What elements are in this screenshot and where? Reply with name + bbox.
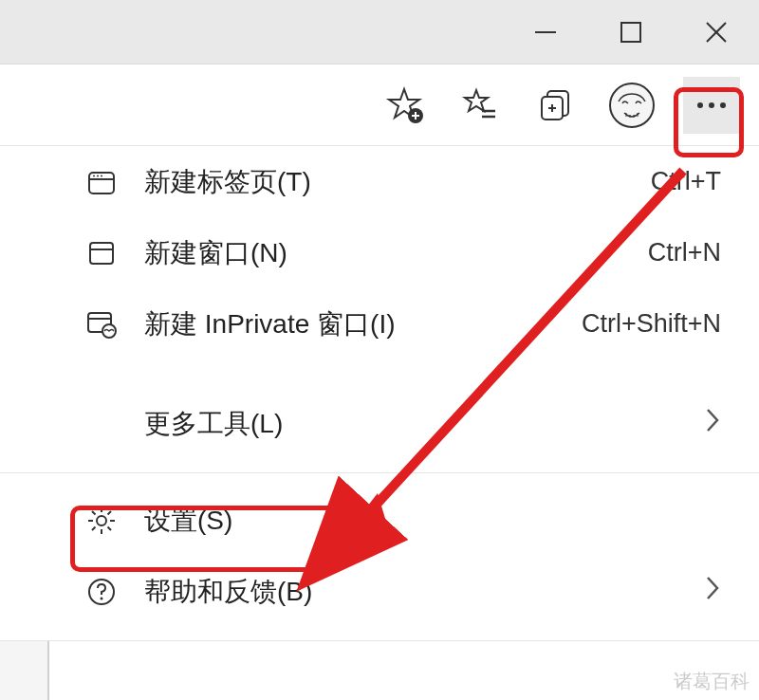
- minimize-button[interactable]: [503, 0, 588, 64]
- inprivate-icon: [85, 308, 118, 341]
- close-icon: [703, 19, 730, 46]
- collections-button[interactable]: [531, 81, 581, 130]
- svg-point-32: [101, 597, 103, 599]
- menu-shortcut: Ctrl+T: [651, 167, 721, 196]
- maximize-button[interactable]: [588, 0, 674, 64]
- menu-settings[interactable]: 设置(S): [0, 485, 759, 556]
- ellipsis-icon: [694, 101, 729, 110]
- svg-point-22: [93, 175, 95, 176]
- svg-point-23: [97, 175, 99, 176]
- browser-toolbar: [0, 64, 759, 145]
- avatar-icon: [609, 83, 655, 128]
- chevron-right-icon: [704, 406, 721, 442]
- new-tab-icon: [85, 166, 118, 198]
- menu-help[interactable]: 帮助和反馈(B): [0, 556, 759, 627]
- svg-point-24: [101, 175, 102, 176]
- menu-label: 更多工具(L): [144, 406, 704, 442]
- menu-more-tools[interactable]: 更多工具(L): [0, 388, 759, 459]
- menu-shortcut: Ctrl+Shift+N: [582, 309, 721, 339]
- svg-point-30: [97, 516, 106, 525]
- menu-new-inprivate[interactable]: 新建 InPrivate 窗口(I) Ctrl+Shift+N: [0, 288, 759, 359]
- menu-label: 设置(S): [144, 503, 721, 539]
- menu-label: 新建窗口(N): [144, 235, 648, 271]
- more-options-button[interactable]: [683, 77, 740, 134]
- profile-button[interactable]: [607, 81, 657, 130]
- close-button[interactable]: [674, 0, 759, 64]
- maximize-icon: [619, 20, 643, 45]
- menu-separator: [0, 640, 759, 641]
- collections-icon: [538, 87, 574, 123]
- window-titlebar: [0, 0, 759, 64]
- menu-label: 帮助和反馈(B): [144, 574, 704, 610]
- star-list-icon: [461, 86, 499, 124]
- add-favorite-button[interactable]: [380, 81, 429, 130]
- svg-point-19: [720, 102, 726, 108]
- favorites-button[interactable]: [455, 81, 505, 130]
- svg-point-17: [697, 102, 703, 108]
- watermark: 诸葛百科: [674, 669, 750, 694]
- menu-new-window[interactable]: 新建窗口(N) Ctrl+N: [0, 217, 759, 288]
- svg-rect-1: [621, 23, 640, 42]
- menu-new-tab[interactable]: 新建标签页(T) Ctrl+T: [0, 146, 759, 217]
- chevron-right-icon: [704, 574, 721, 610]
- new-window-icon: [85, 237, 118, 269]
- menu-shortcut: Ctrl+N: [648, 238, 721, 267]
- gear-icon: [85, 505, 118, 537]
- help-icon: [85, 576, 118, 608]
- svg-rect-25: [90, 243, 113, 264]
- minimize-icon: [531, 18, 560, 46]
- star-plus-icon: [384, 85, 424, 125]
- svg-point-18: [709, 102, 714, 108]
- menu-label: 新建 InPrivate 窗口(I): [144, 306, 582, 342]
- more-options-menu: 新建标签页(T) Ctrl+T 新建窗口(N) Ctrl+N 新建 InPriv…: [0, 145, 759, 641]
- menu-label: 新建标签页(T): [144, 164, 651, 200]
- menu-separator: [0, 472, 759, 473]
